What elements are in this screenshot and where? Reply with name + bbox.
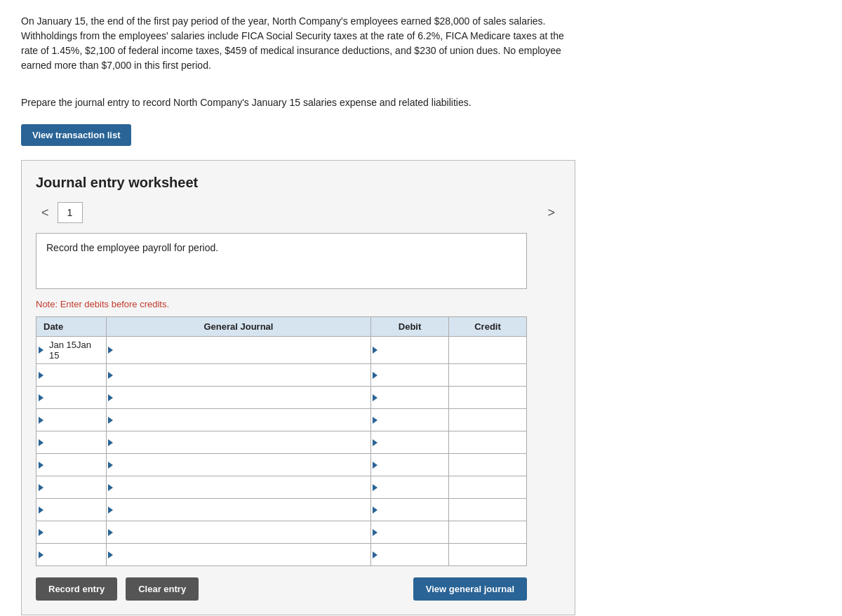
table-row-debit-5[interactable]	[371, 454, 449, 476]
table-row-debit-0[interactable]	[371, 337, 449, 364]
table-row-credit-6[interactable]	[449, 476, 527, 499]
table-row-journal-0[interactable]	[106, 337, 370, 364]
page-number: 1	[58, 202, 83, 223]
table-row-date-1[interactable]	[36, 364, 107, 387]
table-row-debit-1[interactable]	[371, 364, 449, 387]
table-row-date-0[interactable]: Jan 15Jan 15	[36, 337, 107, 364]
table-row-debit-4[interactable]	[371, 431, 449, 454]
table-row-journal-3[interactable]	[106, 409, 370, 431]
table-row-journal-8[interactable]	[106, 521, 370, 544]
worksheet-nav-row: < 1 >	[36, 202, 561, 223]
table-row-credit-0[interactable]	[449, 337, 527, 364]
table-row-credit-2[interactable]	[449, 387, 527, 409]
note-text: Note: Enter debits before credits.	[36, 299, 561, 309]
table-row-journal-1[interactable]	[106, 364, 370, 387]
table-row-date-4[interactable]	[36, 431, 107, 454]
table-row-debit-2[interactable]	[371, 387, 449, 409]
table-row-journal-9[interactable]	[106, 544, 370, 566]
table-row-date-2[interactable]	[36, 387, 107, 409]
table-row-credit-9[interactable]	[449, 544, 527, 566]
header-credit: Credit	[449, 317, 527, 337]
record-entry-button[interactable]: Record entry	[36, 577, 117, 601]
table-row-credit-8[interactable]	[449, 521, 527, 544]
table-row-date-7[interactable]	[36, 499, 107, 521]
action-buttons-row: Record entry Clear entry View general jo…	[36, 577, 527, 601]
table-row-credit-3[interactable]	[449, 409, 527, 431]
header-general-journal: General Journal	[106, 317, 370, 337]
table-row-date-6[interactable]	[36, 476, 107, 499]
table-row-date-9[interactable]	[36, 544, 107, 566]
view-general-journal-button[interactable]: View general journal	[413, 577, 527, 601]
description-box: Record the employee payroll for period.	[36, 233, 527, 289]
table-row-journal-2[interactable]	[106, 387, 370, 409]
table-row-credit-7[interactable]	[449, 499, 527, 521]
worksheet-title: Journal entry worksheet	[36, 175, 561, 191]
table-row-date-8[interactable]	[36, 521, 107, 544]
table-row-debit-7[interactable]	[371, 499, 449, 521]
table-row-debit-8[interactable]	[371, 521, 449, 544]
table-row-credit-1[interactable]	[449, 364, 527, 387]
table-row-credit-5[interactable]	[449, 454, 527, 476]
header-debit: Debit	[371, 317, 449, 337]
table-row-date-5[interactable]	[36, 454, 107, 476]
clear-entry-button[interactable]: Clear entry	[126, 577, 199, 601]
journal-entry-worksheet: Journal entry worksheet < 1 > Record the…	[21, 160, 575, 615]
table-row-journal-4[interactable]	[106, 431, 370, 454]
table-row-journal-6[interactable]	[106, 476, 370, 499]
view-transaction-button[interactable]: View transaction list	[21, 124, 131, 146]
table-row-debit-9[interactable]	[371, 544, 449, 566]
nav-left-button[interactable]: <	[36, 204, 55, 222]
table-row-journal-5[interactable]	[106, 454, 370, 476]
table-row-journal-7[interactable]	[106, 499, 370, 521]
table-row-date-3[interactable]	[36, 409, 107, 431]
prepare-text: Prepare the journal entry to record Nort…	[21, 95, 568, 110]
table-row-debit-3[interactable]	[371, 409, 449, 431]
table-row-debit-6[interactable]	[371, 476, 449, 499]
nav-right-button[interactable]: >	[542, 204, 561, 222]
table-row-credit-4[interactable]	[449, 431, 527, 454]
journal-table: Date General Journal Debit Credit Jan 15…	[36, 316, 527, 566]
intro-paragraph1: On January 15, the end of the first pay …	[21, 14, 568, 73]
header-date: Date	[36, 317, 107, 337]
